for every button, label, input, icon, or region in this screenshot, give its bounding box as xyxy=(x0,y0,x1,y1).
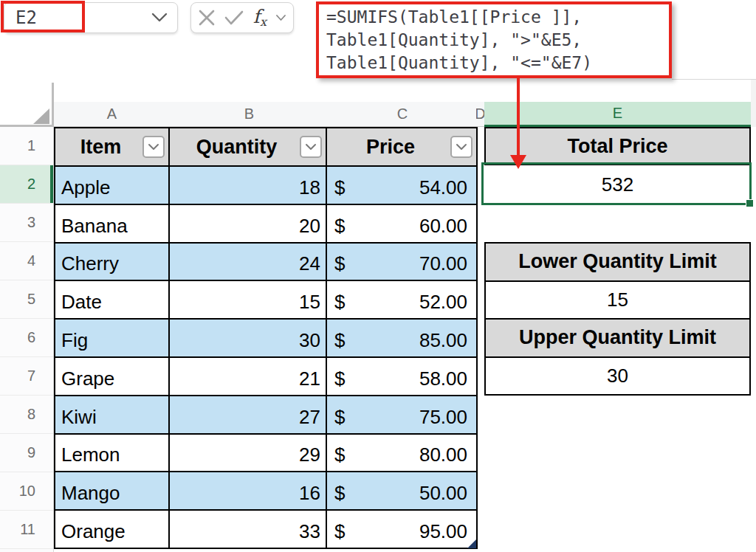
cell-item[interactable]: Grape xyxy=(55,358,170,395)
chevron-down-icon[interactable] xyxy=(151,13,168,23)
cell-item[interactable]: Fig xyxy=(55,320,170,356)
name-box[interactable]: E2 xyxy=(4,2,178,33)
currency-symbol: $ xyxy=(334,482,345,505)
cell-total-price-value-selected[interactable]: 532 xyxy=(484,165,751,204)
cell-lower-limit-header[interactable]: Lower Quantity Limit xyxy=(486,244,749,282)
cell-quantity[interactable]: 24 xyxy=(170,244,327,280)
cell-quantity[interactable]: 27 xyxy=(170,396,327,433)
header-cell-price[interactable]: Price xyxy=(327,128,476,165)
cell-price[interactable]: $70.00 xyxy=(327,244,476,280)
cell-price[interactable]: $52.00 xyxy=(327,281,476,318)
cell-price[interactable]: $58.00 xyxy=(327,358,476,395)
table-row: Mango 16 $50.00 xyxy=(55,472,476,511)
table-row: Apple 18 $54.00 xyxy=(55,167,476,205)
row-header-3[interactable]: 3 xyxy=(0,204,53,242)
name-box-value: E2 xyxy=(16,7,37,28)
cell-quantity[interactable]: 29 xyxy=(170,435,327,472)
cell-upper-limit-header[interactable]: Upper Quantity Limit xyxy=(486,320,749,358)
cell-quantity[interactable]: 33 xyxy=(170,511,327,548)
row-header-7[interactable]: 7 xyxy=(0,357,53,396)
cell-item[interactable]: Orange xyxy=(55,511,170,548)
cell-upper-limit-value[interactable]: 30 xyxy=(486,358,749,395)
table-row: Cherry 24 $70.00 xyxy=(55,244,476,282)
cell-price[interactable]: $85.00 xyxy=(327,320,476,356)
cell-quantity[interactable]: 18 xyxy=(170,167,327,204)
price-value: 75.00 xyxy=(419,406,467,429)
cell-price[interactable]: $50.00 xyxy=(327,472,476,509)
table-resize-handle[interactable] xyxy=(467,539,476,548)
row-header-column: 1 2 3 4 5 6 7 8 9 10 11 xyxy=(0,127,54,552)
row-header-9[interactable]: 9 xyxy=(0,434,53,472)
formula-line: Table1[Quantity], ">"&E5, xyxy=(326,29,669,52)
cell-price[interactable]: $54.00 xyxy=(327,167,476,204)
filter-button-price[interactable] xyxy=(450,136,472,158)
cell-item[interactable]: Cherry xyxy=(55,244,170,280)
price-value: 85.00 xyxy=(419,329,467,352)
column-header-b[interactable]: B xyxy=(170,102,329,127)
table-row: Lemon 29 $80.00 xyxy=(55,435,476,473)
cell-item[interactable]: Lemon xyxy=(55,435,170,472)
table-row: Banana 20 $60.00 xyxy=(55,205,476,244)
price-value: 80.00 xyxy=(419,444,467,466)
excel-window: E2 fx =SUMIFS(Table1[[Price ]], Table1[Q… xyxy=(0,0,756,552)
formula-bar-bottom-border xyxy=(672,79,756,80)
cell-quantity[interactable]: 21 xyxy=(170,358,327,395)
header-cell-quantity[interactable]: Quantity xyxy=(170,128,327,165)
row-header-2-selected[interactable]: 2 xyxy=(0,165,53,204)
enter-icon[interactable] xyxy=(224,10,244,25)
price-value: 58.00 xyxy=(419,368,467,390)
table-row: Kiwi 27 $75.00 xyxy=(55,396,476,435)
cell-price[interactable]: $60.00 xyxy=(327,205,476,242)
cell-total-price-header[interactable]: Total Price xyxy=(484,127,751,165)
insert-function-icon[interactable]: fx xyxy=(253,7,267,28)
filter-button-quantity[interactable] xyxy=(300,136,322,158)
column-header-e-selected[interactable]: E xyxy=(484,102,751,127)
row-header-5[interactable]: 5 xyxy=(0,280,53,319)
currency-symbol: $ xyxy=(334,406,345,429)
cell-quantity[interactable]: 30 xyxy=(170,320,327,356)
cell-quantity[interactable]: 16 xyxy=(170,472,327,509)
cell-item[interactable]: Apple xyxy=(55,167,170,204)
fill-handle[interactable] xyxy=(746,199,754,207)
row-header-4[interactable]: 4 xyxy=(0,242,53,280)
cell-price[interactable]: $75.00 xyxy=(327,396,476,433)
column-header-c[interactable]: C xyxy=(329,102,476,127)
cell-quantity[interactable]: 15 xyxy=(170,281,327,318)
quantity-limits-block: Lower Quantity Limit 15 Upper Quantity L… xyxy=(484,242,751,396)
chevron-down-icon xyxy=(305,143,317,151)
cell-item[interactable]: Kiwi xyxy=(55,396,170,433)
currency-symbol: $ xyxy=(334,444,345,466)
cell-quantity[interactable]: 20 xyxy=(170,205,327,242)
row-header-6[interactable]: 6 xyxy=(0,319,53,357)
formula-bar-input[interactable]: =SUMIFS(Table1[[Price ]], Table1[Quantit… xyxy=(316,1,672,78)
price-value: 70.00 xyxy=(419,252,467,275)
column-header-a[interactable]: A xyxy=(54,102,170,127)
header-cell-item[interactable]: Item xyxy=(55,128,170,165)
cell-lower-limit-value[interactable]: 15 xyxy=(486,282,749,320)
row-header-8[interactable]: 8 xyxy=(0,396,53,434)
select-all-triangle-icon xyxy=(33,108,49,124)
column-header-d[interactable]: D xyxy=(476,102,484,127)
currency-symbol: $ xyxy=(334,176,345,199)
table-row: Orange 33 $95.00 xyxy=(55,511,476,548)
table-row: Grape 21 $58.00 xyxy=(55,358,476,396)
cell-item[interactable]: Banana xyxy=(55,205,170,242)
chevron-down-icon xyxy=(456,143,467,151)
price-value: 50.00 xyxy=(419,482,467,505)
cell-item[interactable]: Mango xyxy=(55,472,170,509)
table-row: Fig 30 $85.00 xyxy=(55,320,476,358)
currency-symbol: $ xyxy=(334,329,345,352)
chevron-down-icon xyxy=(148,143,159,151)
row-header-11[interactable]: 11 xyxy=(0,511,53,549)
row-header-1[interactable]: 1 xyxy=(0,127,53,165)
currency-symbol: $ xyxy=(334,368,345,390)
filter-button-item[interactable] xyxy=(142,136,165,158)
chevron-down-icon[interactable] xyxy=(276,15,286,21)
price-value: 52.00 xyxy=(419,291,467,314)
cancel-icon[interactable] xyxy=(199,10,215,26)
cell-price[interactable]: $95.00 xyxy=(327,511,476,548)
cell-price[interactable]: $80.00 xyxy=(327,435,476,472)
right-column-sliver xyxy=(751,80,756,127)
cell-item[interactable]: Date xyxy=(55,281,170,318)
row-header-10[interactable]: 10 xyxy=(0,472,53,511)
